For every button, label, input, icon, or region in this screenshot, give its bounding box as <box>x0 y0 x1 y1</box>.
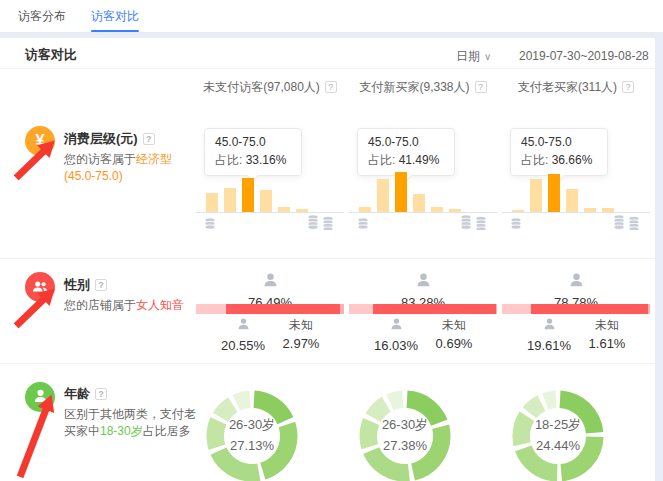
consumption-chart-new-buyers: 45.0-75.0 占比: 41.49% <box>349 126 497 234</box>
bar[interactable] <box>206 193 218 212</box>
tooltip-range: 45.0-75.0 <box>368 135 444 149</box>
gender-segment-male <box>349 304 373 314</box>
row-title-consumption: 消费层级(元)? <box>64 130 155 148</box>
gender-ratio-bar[interactable] <box>502 304 650 314</box>
bar[interactable] <box>566 189 578 212</box>
gender-segment-male <box>502 304 531 314</box>
header-divider <box>0 68 655 69</box>
age-chart-unpaid: 26-30岁27.13% <box>196 388 344 481</box>
bar[interactable] <box>224 188 236 212</box>
row-title-age: 年龄? <box>64 385 107 403</box>
unknown-percentage: 1.61% <box>576 336 638 351</box>
bar-tooltip: 45.0-75.0 占比: 41.49% <box>357 128 455 176</box>
unknown-label: 未知 <box>423 317 485 334</box>
bar-highlighted[interactable] <box>395 172 407 212</box>
consumption-bar-chart[interactable] <box>206 172 314 212</box>
man-icon <box>212 317 274 336</box>
bar-tooltip: 45.0-75.0 占比: 33.16% <box>204 128 302 176</box>
gender-chart-unpaid: 76.49% 20.55% 未知2.97% <box>196 272 344 358</box>
tab-bar: 访客分布 访客对比 <box>0 0 663 33</box>
bar-highlighted[interactable] <box>548 174 560 212</box>
coins-low-icon <box>204 216 216 234</box>
consumption-bar-chart[interactable] <box>512 172 620 212</box>
consumption-bar-chart[interactable] <box>359 172 467 212</box>
tab-visitor-distribution[interactable]: 访客分布 <box>18 0 66 32</box>
unknown-percentage: 0.69% <box>423 336 485 351</box>
gender-segment-female <box>226 304 339 314</box>
gender-ratio-bar[interactable] <box>196 304 344 314</box>
donut-center-label: 26-30岁27.38% <box>359 388 451 480</box>
tooltip-value: 36.66% <box>552 153 593 167</box>
tooltip-range: 45.0-75.0 <box>215 135 291 149</box>
help-icon[interactable]: ? <box>95 279 107 291</box>
date-range-value[interactable]: 2019-07-30~2019-08-28 <box>519 49 649 63</box>
male-percentage: 16.03% <box>365 338 427 353</box>
donut-center-label: 26-30岁27.13% <box>206 388 298 480</box>
bar[interactable] <box>260 190 272 212</box>
date-filter-label: 日期 <box>456 49 480 63</box>
help-icon[interactable]: ? <box>143 133 155 145</box>
page-title: 访客对比 <box>25 46 77 64</box>
bar[interactable] <box>413 194 425 212</box>
coins-low-icon <box>357 216 369 234</box>
x-axis <box>502 212 650 213</box>
tooltip-label: 占比: <box>521 153 548 167</box>
row-desc-gender: 您的店铺属于女人知音 <box>64 297 198 314</box>
tooltip-value: 41.49% <box>399 153 440 167</box>
chevron-down-icon: ∨ <box>484 51 491 62</box>
help-icon[interactable]: ? <box>622 81 634 93</box>
male-percentage: 19.61% <box>518 338 580 353</box>
unknown-percentage: 2.97% <box>270 336 332 351</box>
tooltip-value: 33.16% <box>246 153 287 167</box>
male-percentage: 20.55% <box>212 338 274 353</box>
row-title-gender: 性别? <box>64 276 107 294</box>
coins-high-icon <box>307 214 334 230</box>
coins-high-icon <box>460 214 487 230</box>
comparison-card: 访客对比 日期∨ 2019-07-30~2019-08-28 未支付访客(97,… <box>0 38 655 481</box>
help-icon[interactable]: ? <box>325 81 337 93</box>
woman-icon <box>502 272 650 293</box>
bar[interactable] <box>530 179 542 212</box>
gender-ratio-bar[interactable] <box>349 304 497 314</box>
tooltip-label: 占比: <box>368 153 395 167</box>
age-chart-new-buyers: 26-30岁27.38% <box>349 388 497 481</box>
gender-segment-male <box>196 304 226 314</box>
gender-segment-unknown <box>340 304 344 314</box>
donut-center-label: 18-25岁24.44% <box>512 388 604 480</box>
column-header-old-buyers: 支付老买家(311人)? <box>502 79 650 96</box>
tab-visitor-comparison[interactable]: 访客对比 <box>91 0 139 32</box>
unknown-label: 未知 <box>576 317 638 334</box>
age-chart-old-buyers: 18-25岁24.44% <box>502 388 650 481</box>
tooltip-range: 45.0-75.0 <box>521 135 597 149</box>
unknown-label: 未知 <box>270 317 332 334</box>
tooltip-label: 占比: <box>215 153 242 167</box>
gender-segment-female <box>531 304 648 314</box>
gender-segment-female <box>373 304 496 314</box>
date-filter[interactable]: 日期∨ <box>456 48 491 65</box>
column-header-new-buyers: 支付新买家(9,338人)? <box>349 79 497 96</box>
bar-tooltip: 45.0-75.0 占比: 36.66% <box>510 128 608 176</box>
column-header-unpaid-visitors: 未支付访客(97,080人)? <box>196 79 344 96</box>
help-icon[interactable]: ? <box>475 81 487 93</box>
x-axis <box>349 212 497 213</box>
coins-low-icon <box>510 216 522 234</box>
coins-high-icon <box>613 214 640 230</box>
consumption-chart-old-buyers: 45.0-75.0 占比: 36.66% <box>502 126 650 234</box>
woman-icon <box>349 272 497 293</box>
bar[interactable] <box>377 179 389 212</box>
gender-segment-unknown <box>648 304 650 314</box>
row-desc-consumption: 您的访客属于经济型(45.0-75.0) <box>64 151 198 185</box>
gender-chart-old-buyers: 78.78% 19.61% 未知1.61% <box>502 272 650 358</box>
help-icon[interactable]: ? <box>95 388 107 400</box>
row-divider <box>0 363 655 364</box>
x-axis <box>196 212 344 213</box>
woman-icon <box>196 272 344 293</box>
row-desc-age: 区别于其他两类，支付老买家中18-30岁占比居多 <box>64 406 198 440</box>
man-icon <box>365 317 427 336</box>
gender-segment-unknown <box>496 304 497 314</box>
man-icon <box>518 317 580 336</box>
visitor-comparison-page: 访客分布 访客对比 访客对比 日期∨ 2019-07-30~2019-08-28… <box>0 0 663 481</box>
gender-chart-new-buyers: 83.28% 16.03% 未知0.69% <box>349 272 497 358</box>
row-divider <box>0 258 655 259</box>
bar-highlighted[interactable] <box>242 178 254 212</box>
